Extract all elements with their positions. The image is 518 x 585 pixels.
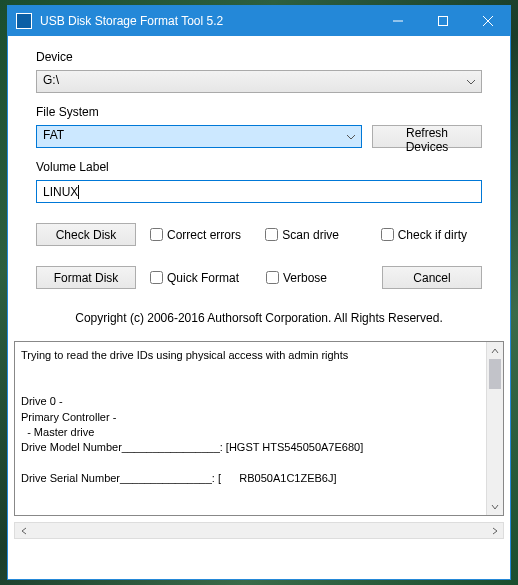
volume-label-label: Volume Label [36,160,482,174]
device-label: Device [36,50,482,64]
scroll-down-button[interactable] [487,498,503,515]
app-window: USB Disk Storage Format Tool 5.2 Device … [7,5,511,580]
close-icon [483,16,493,26]
maximize-icon [438,16,448,26]
scroll-up-button[interactable] [487,342,503,359]
chevron-up-icon [491,348,499,354]
fs-combo-wrap: FAT [36,125,362,148]
minimize-icon [393,16,403,26]
window-title: USB Disk Storage Format Tool 5.2 [40,14,375,28]
titlebar[interactable]: USB Disk Storage Format Tool 5.2 [8,6,510,36]
quick-format-checkbox[interactable]: Quick Format [150,271,252,285]
check-disk-button[interactable]: Check Disk [36,223,136,246]
format-row: Format Disk Quick Format Verbose Cancel [36,266,482,289]
scroll-right-button[interactable] [486,523,503,538]
format-disk-button[interactable]: Format Disk [36,266,136,289]
log-textarea[interactable]: Trying to read the drive IDs using physi… [15,342,486,515]
copyright-text: Copyright (c) 2006-2016 Authorsoft Corpo… [36,311,482,325]
cancel-button[interactable]: Cancel [382,266,482,289]
svg-rect-1 [438,17,447,26]
volume-label-input[interactable]: LINUX [36,180,482,203]
correct-errors-checkbox[interactable]: Correct errors [150,228,251,242]
minimize-button[interactable] [375,6,420,36]
file-system-select[interactable]: FAT [36,125,362,148]
chevron-right-icon [492,527,498,535]
check-row: Check Disk Correct errors Scan drive Che… [36,223,482,246]
refresh-devices-button[interactable]: Refresh Devices [372,125,482,148]
check-if-dirty-checkbox[interactable]: Check if dirty [381,228,482,242]
text-caret [78,185,79,199]
verbose-checkbox[interactable]: Verbose [266,271,368,285]
log-panel: Trying to read the drive IDs using physi… [14,341,504,516]
device-select[interactable]: G:\ [36,70,482,93]
chevron-left-icon [21,527,27,535]
maximize-button[interactable] [420,6,465,36]
content-area: Device G:\ File System FAT Refresh Devic… [8,36,510,341]
scroll-thumb[interactable] [489,359,501,389]
close-button[interactable] [465,6,510,36]
vertical-scrollbar[interactable] [486,342,503,515]
file-system-label: File System [36,105,482,119]
app-icon [16,13,32,29]
scroll-left-button[interactable] [15,523,32,538]
horizontal-scrollbar[interactable] [14,522,504,539]
scan-drive-checkbox[interactable]: Scan drive [265,228,366,242]
device-combo-wrap: G:\ [36,70,482,93]
chevron-down-icon [491,504,499,510]
